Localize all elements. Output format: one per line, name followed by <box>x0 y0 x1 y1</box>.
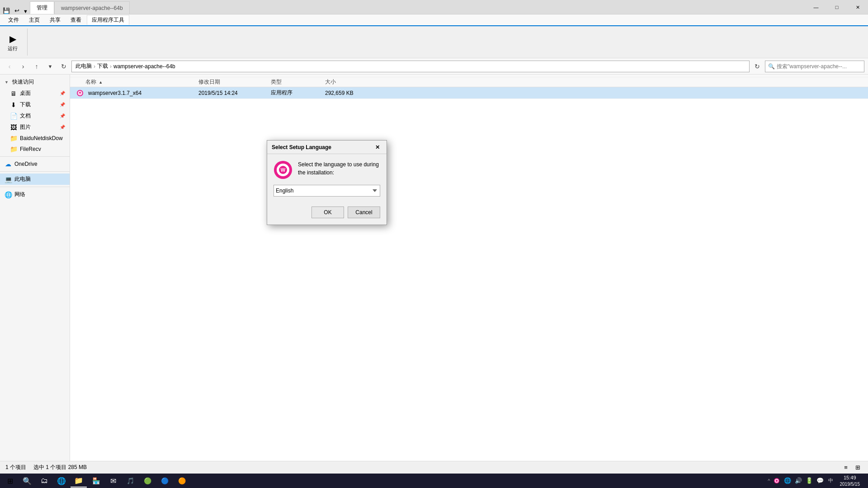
dialog-select-container: English French German Spanish Chinese Si… <box>267 185 387 203</box>
dialog-cancel-button[interactable]: Cancel <box>348 206 380 218</box>
select-language-dialog: Select Setup Language ✕ W Select the lan… <box>267 140 387 225</box>
dialog-backdrop <box>0 0 868 488</box>
svg-text:W: W <box>281 167 286 173</box>
dialog-description: Select the language to use during the in… <box>298 160 380 179</box>
dialog-title: Select Setup Language <box>272 144 331 150</box>
dialog-body: W Select the language to use during the … <box>267 154 387 185</box>
dialog-app-icon: W <box>274 160 292 179</box>
dialog-footer: OK Cancel <box>267 203 387 225</box>
dialog-close-button[interactable]: ✕ <box>373 143 382 152</box>
dialog-ok-button[interactable]: OK <box>311 206 344 218</box>
language-select[interactable]: English French German Spanish Chinese Si… <box>274 185 380 197</box>
dialog-titlebar: Select Setup Language ✕ <box>267 141 387 154</box>
